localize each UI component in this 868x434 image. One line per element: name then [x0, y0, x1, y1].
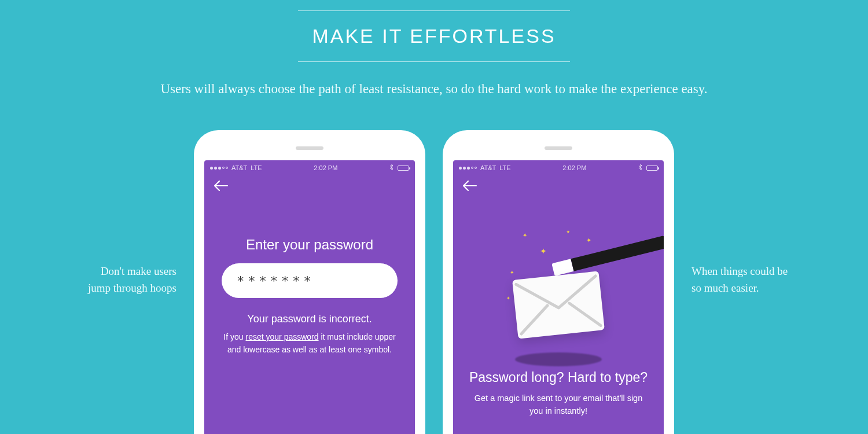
caption-right-line1: When things could be: [692, 265, 788, 277]
sparkle-icon: ✦: [510, 270, 514, 275]
carrier-label: AT&T: [480, 164, 496, 171]
password-hint: If you reset your password it must inclu…: [223, 331, 396, 356]
password-input[interactable]: *******: [222, 263, 398, 298]
password-label: Enter your password: [222, 237, 398, 253]
password-form: Enter your password ******* Your passwor…: [204, 192, 415, 356]
signal-dots-icon: [210, 167, 228, 170]
password-mask: *******: [237, 274, 315, 288]
shadow: [515, 352, 602, 366]
status-bar-right: [638, 164, 658, 172]
phone-screen-good: AT&T LTE 2:02 PM ✦ ✦ ✦: [453, 160, 664, 434]
sparkle-icon: ✦: [566, 229, 571, 235]
phone-speaker: [545, 146, 572, 150]
page-subtitle: Users will always choose the path of lea…: [0, 62, 868, 97]
hint-prefix: If you: [223, 332, 245, 341]
reset-password-link[interactable]: reset your password: [246, 332, 319, 341]
status-bar-left: AT&T LTE: [210, 164, 262, 171]
caption-left-line2: jump through hoops: [88, 282, 176, 294]
sparkle-icon: ✦: [586, 237, 591, 244]
caption-left-line1: Don't make users: [101, 265, 176, 277]
phone-speaker: [296, 146, 323, 150]
back-button[interactable]: [453, 174, 664, 192]
sparkle-icon: ✦: [506, 296, 510, 301]
status-bar: AT&T LTE 2:02 PM: [453, 160, 664, 174]
caption-right-line2: so much easier.: [692, 282, 759, 294]
time-label: 2:02 PM: [314, 164, 337, 171]
magic-link-subtitle: Get a magic link sent to your email that…: [472, 392, 645, 418]
stage: Don't make users jump through hoops AT&T…: [0, 130, 868, 434]
status-bar-right: [389, 164, 409, 172]
bluetooth-icon: [389, 164, 394, 172]
phone-mockup-good: AT&T LTE 2:02 PM ✦ ✦ ✦: [443, 130, 674, 434]
illustration: ✦ ✦ ✦ ✦ ✦ ✦: [453, 215, 664, 365]
magic-link-title: Password long? Hard to type?: [453, 370, 664, 385]
network-label: LTE: [251, 164, 262, 171]
magic-link-panel: ✦ ✦ ✦ ✦ ✦ ✦: [453, 192, 664, 418]
carrier-label: AT&T: [231, 164, 247, 171]
magic-wand-icon: [551, 236, 664, 276]
status-bar: AT&T LTE 2:02 PM: [204, 160, 415, 174]
caption-left: Don't make users jump through hoops: [46, 130, 176, 296]
network-label: LTE: [499, 164, 510, 171]
battery-icon: [646, 165, 658, 171]
phone-screen-bad: AT&T LTE 2:02 PM Enter your password ***…: [204, 160, 415, 434]
bluetooth-icon: [638, 164, 643, 172]
caption-right: When things could be so much easier.: [692, 130, 822, 296]
status-bar-left: AT&T LTE: [459, 164, 511, 171]
battery-icon: [398, 165, 409, 171]
time-label: 2:02 PM: [562, 164, 586, 171]
signal-dots-icon: [459, 167, 477, 170]
back-button[interactable]: [204, 174, 415, 192]
header: MAKE IT EFFORTLESS Users will always cho…: [0, 0, 868, 97]
sparkle-icon: ✦: [523, 232, 527, 238]
error-message: Your password is incorrect.: [222, 313, 398, 325]
sparkle-icon: ✦: [540, 247, 547, 256]
envelope-icon: [512, 271, 605, 339]
phone-mockup-bad: AT&T LTE 2:02 PM Enter your password ***…: [194, 130, 425, 434]
page-title: MAKE IT EFFORTLESS: [0, 11, 868, 61]
